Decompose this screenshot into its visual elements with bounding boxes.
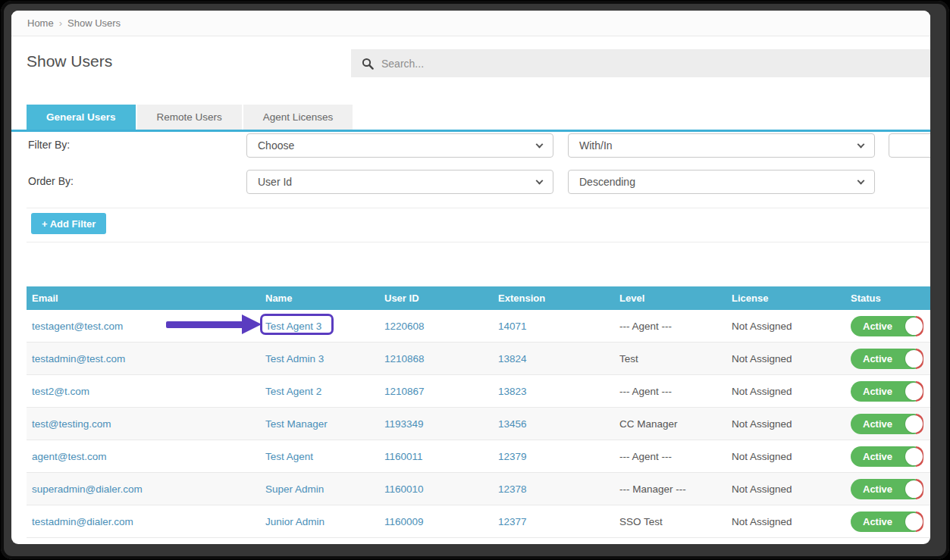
status-toggle[interactable]: Active (851, 316, 923, 336)
user-id-link[interactable]: 1160010 (384, 483, 424, 495)
name-link[interactable]: Test Agent (265, 451, 313, 462)
user-id-link[interactable]: 1193349 (384, 418, 424, 430)
tab-bar: General Users Remote Users Agent License… (11, 105, 930, 132)
divider (27, 242, 930, 242)
user-id-link[interactable]: 1210867 (384, 386, 425, 397)
name-link[interactable]: Super Admin (265, 483, 324, 495)
extension-link[interactable]: 13824 (498, 353, 527, 364)
name-link[interactable]: Test Admin 3 (265, 353, 324, 364)
user-id-link[interactable]: 1210868 (384, 353, 425, 364)
toggle-knob-icon (905, 480, 923, 498)
email-link[interactable]: agent@test.com (32, 451, 107, 462)
email-link[interactable]: test@testing.com (32, 418, 111, 430)
breadcrumb-current-page: Show Users (67, 17, 121, 29)
license-value: Not Assigned (732, 418, 792, 430)
column-header-level: Level (614, 293, 726, 304)
filter-condition-select[interactable]: With/In (568, 133, 875, 158)
status-toggle[interactable]: Active (851, 414, 923, 434)
status-label: Active (863, 381, 892, 402)
chevron-down-icon (858, 141, 865, 149)
status-toggle[interactable]: Active (851, 512, 923, 532)
table-row: testadmin@dialer.com Junior Admin 116000… (27, 505, 930, 538)
user-id-link[interactable]: 1160011 (384, 451, 423, 462)
filter-by-label: Filter By: (28, 139, 70, 151)
extension-link[interactable]: 12379 (498, 451, 527, 462)
order-by-label: Order By: (28, 175, 74, 187)
level-value: --- Agent --- (619, 386, 672, 397)
filter-field-select[interactable]: Choose (246, 133, 553, 158)
search-input[interactable] (381, 58, 685, 70)
extension-link[interactable]: 14071 (498, 321, 527, 332)
chevron-down-icon (536, 177, 544, 185)
name-link[interactable]: Test Manager (265, 418, 328, 430)
status-toggle[interactable]: Active (851, 349, 923, 369)
chevron-down-icon (536, 141, 544, 149)
status-toggle[interactable]: Active (851, 381, 923, 402)
level-value: --- Manager --- (619, 483, 686, 495)
user-id-link[interactable]: 1220608 (384, 321, 425, 332)
status-label: Active (863, 414, 892, 434)
table-row: testadmin@test.com Test Admin 3 1210868 … (27, 343, 930, 375)
users-table: Email Name User ID Extension Level Licen… (27, 286, 930, 538)
email-link[interactable]: superadmin@dialer.com (32, 483, 143, 495)
filter-field-value: Choose (258, 139, 294, 152)
users-table-body: testagent@test.com Test Agent 3 1220608 … (27, 310, 930, 538)
extension-link[interactable]: 13456 (498, 418, 527, 430)
license-value: Not Assigned (732, 516, 792, 527)
column-header-email: Email (27, 293, 260, 304)
divider (27, 208, 930, 208)
license-value: Not Assigned (732, 483, 792, 495)
order-field-select[interactable]: User Id (246, 170, 553, 194)
level-value: Test (619, 353, 638, 364)
add-filter-button[interactable]: + Add Filter (31, 213, 106, 234)
filter-value-input[interactable] (889, 133, 930, 158)
status-toggle[interactable]: Active (851, 479, 923, 499)
status-label: Active (863, 349, 892, 369)
email-link[interactable]: testadmin@test.com (32, 353, 125, 364)
search-icon (362, 58, 374, 70)
table-row: agent@test.com Test Agent 1160011 12379 … (27, 440, 930, 473)
name-link[interactable]: Test Agent 2 (265, 386, 321, 397)
license-value: Not Assigned (732, 451, 792, 462)
email-link[interactable]: test2@t.com (32, 386, 89, 397)
page-title: Show Users (27, 52, 112, 70)
license-value: Not Assigned (732, 353, 792, 364)
extension-link[interactable]: 13823 (498, 386, 527, 397)
status-label: Active (863, 512, 892, 532)
tab-remote-users[interactable]: Remote Users (137, 105, 242, 130)
status-label: Active (863, 479, 892, 499)
table-header-row: Email Name User ID Extension Level Licen… (27, 286, 930, 310)
toggle-knob-icon (905, 318, 923, 335)
license-value: Not Assigned (732, 321, 792, 332)
tab-agent-licenses[interactable]: Agent Licenses (243, 105, 353, 130)
order-direction-select[interactable]: Descending (568, 170, 875, 194)
table-row: test@testing.com Test Manager 1193349 13… (27, 408, 930, 440)
extension-link[interactable]: 12377 (498, 516, 527, 527)
filter-condition-value: With/In (579, 139, 613, 152)
license-value: Not Assigned (732, 386, 792, 397)
toggle-knob-icon (905, 383, 923, 400)
breadcrumb: Home › Show Users (11, 11, 930, 36)
tab-general-users[interactable]: General Users (27, 105, 136, 130)
toggle-knob-icon (905, 350, 923, 368)
status-label: Active (863, 446, 892, 467)
table-row: superadmin@dialer.com Super Admin 116001… (27, 473, 930, 505)
column-header-status: Status (845, 293, 930, 304)
email-link[interactable]: testadmin@dialer.com (32, 516, 133, 527)
column-header-extension: Extension (493, 293, 614, 304)
status-toggle[interactable]: Active (851, 446, 923, 467)
user-id-link[interactable]: 1160009 (384, 516, 424, 527)
table-row: testagent@test.com Test Agent 3 1220608 … (27, 310, 930, 343)
extension-link[interactable]: 12378 (498, 483, 527, 495)
app-window: Home › Show Users Show Users General Use… (11, 11, 930, 544)
email-link[interactable]: testagent@test.com (32, 321, 123, 332)
order-direction-value: Descending (579, 176, 635, 188)
breadcrumb-home-link[interactable]: Home (27, 17, 54, 29)
order-field-value: User Id (258, 176, 292, 188)
toggle-knob-icon (905, 513, 923, 530)
name-link[interactable]: Test Agent 3 (265, 321, 321, 332)
search-bar[interactable] (351, 49, 930, 77)
table-row: test2@t.com Test Agent 2 1210867 13823 -… (27, 375, 930, 408)
toggle-knob-icon (905, 415, 923, 433)
name-link[interactable]: Junior Admin (265, 516, 325, 527)
